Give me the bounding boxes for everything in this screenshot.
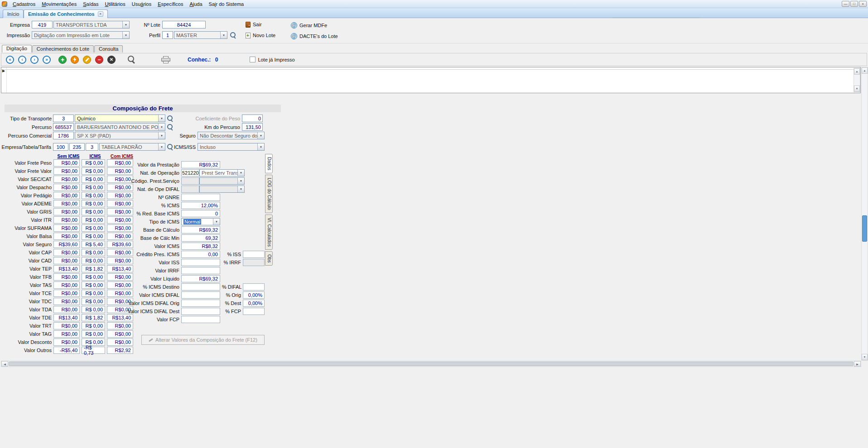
values-cell[interactable]: R$0,00 <box>53 338 80 346</box>
search-records-icon[interactable] <box>128 56 135 63</box>
tabela-empresa-field[interactable]: 100 <box>53 143 68 151</box>
values-cell[interactable]: R$13,40 <box>53 265 80 272</box>
calc-code-field[interactable]: 521220 <box>181 169 199 176</box>
nav-last-button[interactable]: » <box>43 56 51 64</box>
values-cell[interactable]: R$0,00 <box>107 338 133 346</box>
values-cell[interactable]: R$ 0,00 <box>82 224 105 232</box>
scrollbar-thumb[interactable] <box>9 362 854 366</box>
print-icon[interactable] <box>161 56 170 63</box>
calc-value-field[interactable]: 69,32 <box>181 234 220 242</box>
values-cell[interactable]: R$ 0,00 <box>82 249 105 256</box>
chevron-down-icon[interactable]: ▼ <box>122 32 129 38</box>
values-cell[interactable]: R$ 0,00 <box>82 233 105 240</box>
scroll-down-icon[interactable]: ▼ <box>854 86 860 92</box>
values-cell[interactable]: R$0,00 <box>53 216 80 224</box>
values-cell[interactable]: R$0,00 <box>53 200 80 207</box>
values-cell[interactable]: R$0,00 <box>53 208 80 215</box>
values-cell[interactable]: R$0,00 <box>53 159 80 167</box>
vertical-tab-2[interactable]: LOG do Cálculo <box>265 175 273 213</box>
calc-value-field[interactable]: R$69,32 <box>181 226 220 234</box>
chevron-down-icon[interactable]: ▼ <box>257 143 264 150</box>
percurso-search-icon[interactable] <box>167 124 174 130</box>
calc-value-field[interactable] <box>181 300 220 307</box>
values-cell[interactable]: R$ 0,00 <box>82 159 105 167</box>
chevron-down-icon[interactable]: ▼ <box>237 186 244 192</box>
chevron-down-icon[interactable]: ▼ <box>257 132 264 139</box>
values-cell[interactable]: R$0,00 <box>53 290 80 297</box>
dacte-lote-button[interactable]: @ DACTE's do Lote <box>289 32 340 41</box>
percurso-comercial-code-field[interactable]: 1786 <box>53 132 74 139</box>
chevron-down-icon[interactable]: ▼ <box>122 21 129 28</box>
alterar-valores-button[interactable]: Alterar Valores da Composição do Frete (… <box>141 335 265 345</box>
calc-value-field[interactable] <box>181 267 220 274</box>
calc-value-field[interactable] <box>181 259 220 266</box>
perfil-search-icon[interactable] <box>230 32 236 38</box>
values-cell[interactable]: R$ 0,00 <box>82 330 105 338</box>
scroll-left-icon[interactable]: ◀ <box>1 361 8 367</box>
values-cell[interactable]: R$0,00 <box>53 233 80 240</box>
page-tab-3[interactable]: Consulta <box>94 45 123 52</box>
nav-prev-button[interactable]: ‹ <box>18 56 26 64</box>
values-cell[interactable]: R$0,00 <box>53 257 80 264</box>
tipo-transporte-combo[interactable]: Químico ▼ <box>75 114 165 122</box>
icms-iss-combo[interactable]: Incluso ▼ <box>198 143 265 151</box>
calc-side-field[interactable] <box>243 259 265 266</box>
menu-item-6[interactable]: Específicos <box>154 0 186 8</box>
empresa-name-combo[interactable]: TRANSPORTES LTDA ▼ <box>53 21 130 29</box>
perfil-code-field[interactable]: 1 <box>162 31 173 39</box>
menu-item-1[interactable]: Cadastros <box>10 0 39 8</box>
tipo-transporte-code-field[interactable]: 3 <box>53 114 74 122</box>
perfil-combo[interactable]: MASTER ▼ <box>174 31 227 39</box>
calc-combo[interactable]: Normal▼ <box>181 218 220 225</box>
chevron-down-icon[interactable]: ▼ <box>158 132 165 139</box>
values-cell[interactable]: R$ 1,82 <box>82 265 105 272</box>
empresa-code-field[interactable]: 419 <box>32 21 53 29</box>
values-cell[interactable]: R$ 0,00 <box>82 290 105 297</box>
close-tab-icon[interactable]: ✕ <box>98 11 103 17</box>
calc-side-field[interactable] <box>243 251 265 258</box>
values-cell[interactable]: R$ 0,00 <box>82 176 105 183</box>
calc-code-field[interactable] <box>181 186 199 193</box>
calc-value-field[interactable]: 0 <box>181 210 220 217</box>
impressao-combo[interactable]: Digitação com Impressão em Lote ▼ <box>32 31 130 39</box>
close-button[interactable]: × <box>859 1 867 7</box>
minimize-button[interactable]: — <box>842 1 849 7</box>
edit-record-button[interactable] <box>83 56 91 64</box>
calc-code-field[interactable] <box>181 177 199 185</box>
values-cell[interactable]: R$0,00 <box>107 330 133 338</box>
horizontal-scrollbar[interactable]: ◀ ▶ <box>1 361 861 367</box>
values-cell[interactable]: R$ 0,00 <box>82 200 105 207</box>
values-cell[interactable]: R$ 0,00 <box>82 216 105 224</box>
values-cell[interactable]: R$0,00 <box>53 167 80 175</box>
values-cell[interactable]: R$ 0,00 <box>82 167 105 175</box>
post-record-button[interactable] <box>71 56 79 64</box>
chevron-down-icon[interactable]: ▼ <box>237 178 244 184</box>
percurso-combo[interactable]: BARUERI/SANTO ANTONIO DE POSSE ▼ <box>75 123 165 131</box>
values-cell[interactable]: -R$5,40 <box>53 347 80 354</box>
values-cell[interactable]: R$0,00 <box>53 306 80 313</box>
calc-value-field[interactable] <box>181 308 220 315</box>
calc-value-field[interactable]: 12,00% <box>181 202 220 209</box>
lote-impresso-checkbox[interactable] <box>250 57 256 62</box>
seguro-combo[interactable]: Não Descontar Seguro do Frete P ▼ <box>198 132 265 139</box>
main-vertical-scrollbar[interactable]: ▲ ▼ <box>861 67 868 361</box>
novo-lote-button[interactable]: Novo Lote <box>244 31 277 40</box>
values-cell[interactable]: R$ 0,00 <box>82 306 105 313</box>
values-cell[interactable]: R$ 0,00 <box>82 208 105 215</box>
values-cell[interactable]: R$ 0,00 <box>82 322 105 329</box>
gerar-mdfe-button[interactable]: @ Gerar MDFe <box>289 21 329 30</box>
nav-first-button[interactable]: « <box>6 56 14 64</box>
chevron-down-icon[interactable]: ▼ <box>237 170 244 176</box>
values-cell[interactable]: R$0,00 <box>53 224 80 232</box>
values-cell[interactable]: R$39,60 <box>53 241 80 248</box>
scroll-down-icon[interactable]: ▼ <box>862 354 868 360</box>
menu-item-3[interactable]: Saídas <box>80 0 101 8</box>
chevron-down-icon[interactable]: ▼ <box>213 219 220 225</box>
calc-side-field[interactable]: 0,00% <box>243 291 265 299</box>
values-cell[interactable]: R$ 0,00 <box>82 298 105 305</box>
scroll-right-icon[interactable]: ▶ <box>854 361 861 367</box>
nav-next-button[interactable]: › <box>30 56 39 64</box>
calc-side-field[interactable]: 0,00% <box>243 300 265 307</box>
tabela-tarifa-field[interactable]: 3 <box>86 143 98 151</box>
vertical-tab-3[interactable]: Vl. Calculados <box>265 214 273 250</box>
